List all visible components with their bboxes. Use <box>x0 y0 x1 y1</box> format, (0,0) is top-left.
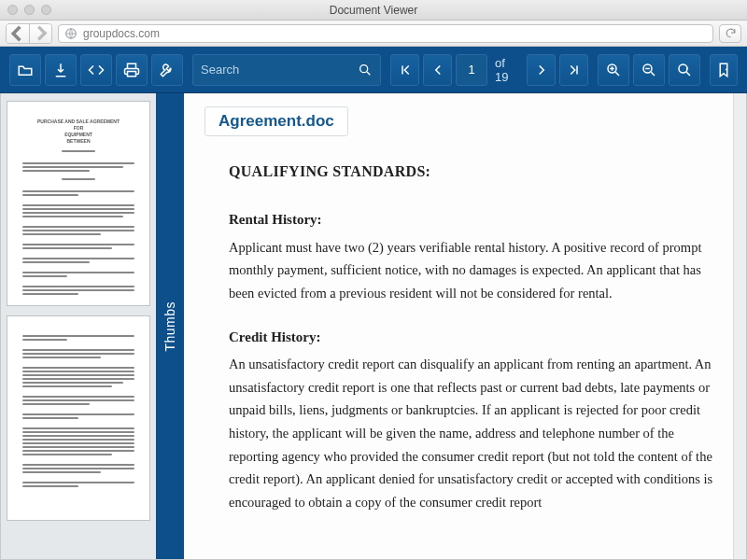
next-page-button[interactable] <box>527 54 556 86</box>
thumbs-tab-label: Thumbs <box>162 301 177 352</box>
back-button[interactable] <box>7 24 29 43</box>
search-input[interactable] <box>201 63 358 77</box>
window-title: Document Viewer <box>0 4 747 17</box>
thumb-title: PURCHASE AND SALE AGREEMENT FOR EQUIPMEN… <box>37 119 120 145</box>
document-pane: Agreement.doc QUALIFYING STANDARDS: Rent… <box>184 93 746 559</box>
zoom-window-button[interactable] <box>41 5 51 15</box>
page-number-input[interactable] <box>456 54 487 86</box>
section-title: Rental History: <box>229 208 724 232</box>
document-filename: Agreement.doc <box>204 106 348 136</box>
window-controls <box>0 5 51 15</box>
close-window-button[interactable] <box>7 5 18 15</box>
svg-point-1 <box>360 64 368 72</box>
section-body: Applicant must have two (2) years verifi… <box>229 236 724 305</box>
thumbnail-page-1[interactable]: PURCHASE AND SALE AGREEMENT FOR EQUIPMEN… <box>7 101 150 306</box>
last-page-button[interactable] <box>559 54 588 86</box>
zoom-out-button[interactable] <box>633 54 665 86</box>
content-area: PURCHASE AND SALE AGREEMENT FOR EQUIPMEN… <box>0 93 747 560</box>
open-file-button[interactable] <box>9 54 41 86</box>
view-source-button[interactable] <box>80 54 112 86</box>
site-icon <box>64 27 78 40</box>
bookmark-button[interactable] <box>710 54 738 86</box>
document-text: QUALIFYING STANDARDS: Rental History: Ap… <box>204 159 733 514</box>
reload-button[interactable] <box>719 24 741 43</box>
url-text: groupdocs.com <box>83 27 160 40</box>
thumbnails-panel: PURCHASE AND SALE AGREEMENT FOR EQUIPMEN… <box>1 93 156 559</box>
doc-heading: QUALIFYING STANDARDS: <box>229 159 724 184</box>
zoom-options-button[interactable] <box>669 54 700 86</box>
forward-button[interactable] <box>29 24 51 43</box>
nav-button-group <box>6 23 52 44</box>
minimize-window-button[interactable] <box>24 5 35 15</box>
window-titlebar: Document Viewer <box>0 0 747 21</box>
vertical-scrollbar[interactable] <box>733 93 746 559</box>
viewer-toolbar: of 19 <box>0 47 747 93</box>
pager: of 19 <box>390 54 588 86</box>
print-button[interactable] <box>116 54 148 86</box>
search-box[interactable] <box>192 54 381 86</box>
svg-point-4 <box>679 64 687 73</box>
address-field[interactable]: groupdocs.com <box>58 24 713 43</box>
search-icon <box>358 63 373 77</box>
section-body: An unsatisfactory credit report can disq… <box>229 353 724 513</box>
page-count-label: of 19 <box>495 56 519 84</box>
zoom-in-button[interactable] <box>598 54 629 86</box>
browser-addressbar: groupdocs.com <box>0 21 747 47</box>
thumbs-tab[interactable]: Thumbs <box>156 93 184 559</box>
thumbnail-page-2[interactable] <box>7 315 150 521</box>
prev-page-button[interactable] <box>423 54 452 86</box>
section-title: Credit History: <box>229 326 724 350</box>
tools-button[interactable] <box>151 54 183 86</box>
first-page-button[interactable] <box>390 54 419 86</box>
download-button[interactable] <box>45 54 77 86</box>
